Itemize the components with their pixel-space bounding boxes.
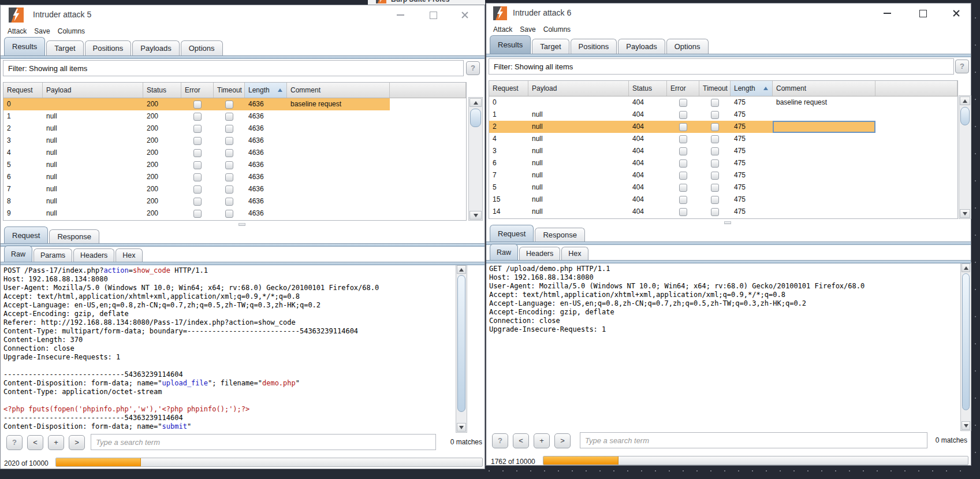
filter-help-button[interactable]: ?: [955, 60, 969, 73]
titlebar[interactable]: Intruder attack 6: [486, 3, 971, 23]
error-checkbox[interactable]: [193, 149, 202, 157]
timeout-checkbox[interactable]: [225, 125, 233, 133]
table-row[interactable]: 6null2004636: [3, 171, 390, 183]
menu-item-attack[interactable]: Attack: [493, 25, 512, 34]
tab-params[interactable]: Params: [33, 248, 72, 262]
column-header-timeout[interactable]: Timeout: [699, 81, 731, 96]
timeout-checkbox[interactable]: [711, 135, 719, 143]
menu-item-save[interactable]: Save: [34, 27, 50, 35]
request-editor[interactable]: GET /upload/demo.php HTTP/1.1Host: 192.1…: [487, 262, 962, 433]
timeout-checkbox[interactable]: [225, 101, 233, 109]
minimize-icon[interactable]: [881, 8, 893, 18]
error-checkbox[interactable]: [679, 208, 687, 216]
tab-response[interactable]: Response: [535, 228, 585, 242]
table-row[interactable]: 2null404475: [489, 121, 875, 133]
timeout-checkbox[interactable]: [225, 149, 233, 157]
search-next-button[interactable]: >: [554, 433, 571, 448]
column-header-length[interactable]: Length: [245, 83, 287, 98]
column-header-request[interactable]: Request: [3, 83, 43, 98]
error-checkbox[interactable]: [679, 172, 687, 180]
menu-item-save[interactable]: Save: [520, 25, 535, 34]
tab-target[interactable]: Target: [532, 39, 569, 54]
menu-item-columns[interactable]: Columns: [543, 25, 571, 34]
scroll-down-icon[interactable]: [469, 211, 482, 220]
column-header-status[interactable]: Status: [629, 81, 667, 96]
scroll-up-icon[interactable]: [457, 265, 466, 274]
table-row[interactable]: 0404475baseline request: [489, 96, 875, 109]
error-checkbox[interactable]: [193, 173, 202, 181]
splitter-grip[interactable]: [724, 221, 731, 224]
filter-help-button[interactable]: ?: [466, 61, 480, 75]
column-header-payload[interactable]: Payload: [43, 83, 143, 98]
column-header-length[interactable]: Length: [731, 81, 773, 96]
table-row[interactable]: 4null404475: [489, 133, 875, 145]
error-checkbox[interactable]: [679, 196, 687, 204]
tab-raw[interactable]: Raw: [490, 244, 518, 260]
error-checkbox[interactable]: [193, 198, 202, 206]
tab-positions[interactable]: Positions: [85, 40, 132, 55]
filter-bar[interactable]: Filter: Showing all items: [3, 60, 464, 76]
error-checkbox[interactable]: [193, 113, 202, 121]
editor-scrollbar[interactable]: [960, 262, 971, 431]
tab-response[interactable]: Response: [49, 229, 99, 243]
timeout-checkbox[interactable]: [711, 111, 719, 119]
search-add-button[interactable]: +: [534, 433, 550, 448]
tab-options[interactable]: Options: [666, 39, 709, 54]
search-help-button[interactable]: ?: [6, 435, 23, 450]
search-add-button[interactable]: +: [48, 435, 64, 450]
timeout-checkbox[interactable]: [711, 172, 719, 180]
search-help-button[interactable]: ?: [492, 433, 508, 448]
column-header-error[interactable]: Error: [667, 81, 699, 96]
error-checkbox[interactable]: [679, 99, 687, 107]
scrollbar-thumb[interactable]: [470, 109, 481, 127]
error-checkbox[interactable]: [679, 184, 687, 192]
timeout-checkbox[interactable]: [225, 173, 233, 181]
error-checkbox[interactable]: [679, 135, 687, 143]
column-header-request[interactable]: Request: [489, 81, 528, 96]
tab-raw[interactable]: Raw: [4, 246, 32, 262]
table-row[interactable]: 6null404475: [489, 157, 875, 169]
timeout-checkbox[interactable]: [711, 184, 719, 192]
tab-payloads[interactable]: Payloads: [618, 39, 665, 54]
search-input[interactable]: Type a search term: [580, 432, 927, 448]
timeout-checkbox[interactable]: [225, 137, 233, 145]
titlebar[interactable]: Intruder attack 5: [1, 5, 485, 25]
tab-hex[interactable]: Hex: [561, 247, 588, 260]
timeout-checkbox[interactable]: [711, 147, 719, 155]
error-checkbox[interactable]: [193, 185, 202, 194]
table-row[interactable]: 1null404475: [489, 109, 875, 121]
scroll-down-icon[interactable]: [457, 423, 466, 432]
table-row[interactable]: 1null2004636: [3, 110, 390, 122]
search-next-button[interactable]: >: [69, 435, 85, 450]
request-editor[interactable]: POST /Pass-17/index.php?action=show_code…: [1, 264, 456, 435]
table-row[interactable]: 7null404475: [489, 169, 875, 181]
table-row[interactable]: 4null2004636: [3, 147, 390, 159]
menu-item-columns[interactable]: Columns: [58, 27, 85, 35]
column-header-timeout[interactable]: Timeout: [214, 83, 245, 98]
table-row[interactable]: 5null2004636: [3, 159, 390, 171]
menu-item-attack[interactable]: Attack: [8, 27, 27, 35]
timeout-checkbox[interactable]: [225, 113, 233, 121]
table-scrollbar[interactable]: [468, 97, 483, 221]
tab-headers[interactable]: Headers: [519, 247, 560, 260]
error-checkbox[interactable]: [679, 123, 687, 131]
timeout-checkbox[interactable]: [225, 161, 233, 169]
column-header-error[interactable]: Error: [181, 83, 214, 98]
scrollbar-thumb[interactable]: [960, 107, 970, 125]
maximize-icon[interactable]: [917, 8, 929, 18]
error-checkbox[interactable]: [193, 125, 202, 133]
comment-cell-editing[interactable]: [773, 121, 875, 133]
close-icon[interactable]: [459, 10, 471, 20]
column-header-payload[interactable]: Payload: [528, 81, 629, 96]
scroll-up-icon[interactable]: [960, 96, 970, 105]
filter-bar[interactable]: Filter: Showing all items: [489, 58, 954, 75]
search-prev-button[interactable]: <: [513, 433, 529, 448]
maximize-icon[interactable]: [427, 10, 439, 20]
table-row[interactable]: 3null2004636: [3, 135, 390, 147]
timeout-checkbox[interactable]: [711, 123, 719, 131]
tab-target[interactable]: Target: [46, 40, 83, 55]
table-row[interactable]: 15null404475: [489, 194, 875, 206]
splitter-grip[interactable]: [239, 223, 245, 226]
scroll-down-icon[interactable]: [962, 421, 970, 430]
minimize-icon[interactable]: [394, 10, 406, 20]
